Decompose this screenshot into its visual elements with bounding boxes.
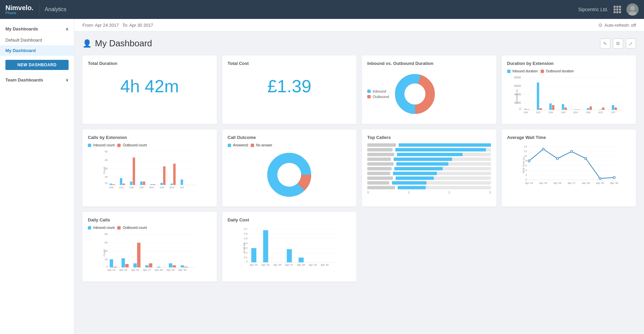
edit-button[interactable]: ✎ (600, 39, 610, 49)
svg-text:823: 823 (598, 111, 603, 114)
svg-rect-24 (577, 110, 579, 110)
svg-text:Apr 27: Apr 27 (567, 182, 575, 185)
svg-point-98 (599, 177, 601, 180)
calls-by-extension-title: Calls by Extension (88, 135, 212, 140)
svg-text:106: 106 (159, 186, 164, 189)
main-content: From: Apr 24 2017 To: Apr 30 2017 ⊙ Auto… (74, 19, 644, 288)
nav-right: Sipcentric Ltd. (578, 3, 639, 16)
total-cost-title: Total Cost (228, 61, 351, 66)
svg-text:14: 14 (524, 145, 527, 148)
daily-calls-svg: 80 60 40 20 0 (88, 231, 212, 275)
svg-point-1 (628, 11, 637, 16)
svg-text:105: 105 (139, 186, 144, 189)
svg-rect-119 (114, 267, 117, 267)
svg-text:0: 0 (246, 260, 248, 263)
svg-rect-128 (173, 265, 176, 267)
nav-divider (39, 4, 39, 15)
svg-rect-156 (263, 230, 268, 262)
svg-rect-25 (587, 108, 589, 110)
my-dashboards-section[interactable]: My Dashboards ∧ (0, 23, 74, 35)
auto-refresh-status[interactable]: ⊙ Auto-refresh: off (598, 22, 636, 28)
svg-text:60: 60 (105, 241, 108, 244)
svg-point-94 (542, 148, 544, 150)
daily-cost-svg: 0.7 0.6 0.5 0.4 0.3 0.2 0.1 0 (228, 226, 351, 270)
svg-rect-123 (137, 243, 141, 267)
svg-text:Count: Count (103, 249, 106, 257)
widget-avg-wait-time: Average Wait Time 14 12 10 8 6 4 2 0 (502, 129, 636, 207)
svg-text:106: 106 (586, 111, 591, 114)
svg-rect-121 (125, 264, 129, 267)
svg-text:8000: 8000 (514, 76, 521, 79)
svg-rect-58 (150, 184, 153, 185)
svg-text:10: 10 (105, 182, 108, 185)
widget-total-duration: Total Duration 4h 42m (82, 55, 217, 124)
expand-button[interactable]: ⤢ (626, 39, 636, 49)
svg-text:Apr 25: Apr 25 (261, 263, 269, 266)
svg-text:105: 105 (561, 111, 566, 114)
total-duration-value: 4h 42m (88, 69, 212, 103)
svg-rect-62 (171, 184, 173, 185)
date-bar: From: Apr 24 2017 To: Apr 30 2017 ⊙ Auto… (74, 19, 644, 31)
sidebar-item-my-dashboard[interactable]: My Dashboard (0, 45, 74, 56)
app-name: Analytics (45, 6, 66, 13)
svg-rect-23 (574, 109, 576, 110)
caller-row-8 (367, 176, 491, 180)
svg-text:824: 824 (149, 186, 154, 189)
svg-text:Apr 29: Apr 29 (596, 182, 604, 185)
top-navigation: Nimvelo. Phone Analytics Sipcentric Ltd. (0, 0, 644, 19)
caller-row-10 (367, 186, 491, 189)
my-dashboards-chevron: ∧ (66, 27, 69, 31)
svg-rect-26 (589, 106, 592, 110)
svg-text:Apr 25: Apr 25 (119, 268, 127, 271)
svg-text:108: 108 (129, 186, 134, 189)
svg-text:2: 2 (525, 173, 527, 176)
svg-text:Apr 28: Apr 28 (581, 182, 590, 185)
duration-by-extension-svg: 8000 6000 4000 2000 0 (507, 74, 631, 115)
sidebar-item-default-dashboard[interactable]: Default Dashboard (0, 35, 74, 45)
copy-button[interactable]: ⧉ (613, 39, 623, 49)
svg-text:4: 4 (525, 169, 527, 172)
widget-duration-by-extension: Duration by Extension Inbound duration O… (502, 55, 636, 124)
apps-grid-icon[interactable] (614, 6, 621, 13)
widget-daily-cost: Daily Cost 0.7 0.6 0.5 0.4 0.3 0.2 0.1 0 (222, 212, 357, 282)
svg-text:Apr 24: Apr 24 (249, 263, 257, 266)
svg-rect-27 (599, 109, 601, 110)
new-dashboard-button[interactable]: NEW DASHBOARD (5, 60, 69, 70)
svg-rect-21 (562, 104, 564, 110)
svg-text:102: 102 (536, 111, 541, 114)
svg-text:Apr 24: Apr 24 (107, 268, 116, 271)
svg-text:109: 109 (523, 111, 528, 114)
caller-row-7 (367, 172, 491, 175)
svg-rect-29 (612, 105, 614, 110)
svg-text:Apr 24: Apr 24 (525, 182, 533, 185)
team-dashboards-section[interactable]: Team Dashboards ∨ (0, 74, 74, 86)
svg-rect-19 (549, 103, 551, 110)
svg-text:12: 12 (524, 150, 527, 153)
svg-text:0.6: 0.6 (244, 232, 248, 235)
logo-name: Nimvelo. (5, 4, 33, 11)
avg-wait-time-title: Average Wait Time (507, 135, 631, 140)
svg-point-96 (570, 150, 572, 152)
widget-calls-by-extension: Calls by Extension Inbound count Outboun… (82, 129, 217, 207)
widgets-grid: Total Duration 4h 42m Total Cost £1.39 I… (82, 55, 636, 282)
svg-rect-55 (133, 158, 135, 185)
svg-rect-157 (287, 249, 292, 262)
svg-text:0: 0 (106, 265, 108, 268)
logo[interactable]: Nimvelo. Phone (5, 4, 33, 15)
svg-rect-30 (614, 108, 617, 110)
call-outcome-chart (228, 148, 351, 201)
caller-row-5 (367, 162, 491, 166)
svg-point-76 (277, 163, 301, 187)
svg-text:107: 107 (180, 186, 184, 189)
calls-by-extension-svg: 50 40 30 20 10 (88, 148, 212, 192)
svg-text:Apr 28: Apr 28 (155, 268, 163, 271)
svg-point-0 (630, 6, 635, 10)
widget-total-cost: Total Cost £1.39 (222, 55, 357, 124)
user-avatar[interactable] (626, 3, 639, 16)
svg-rect-61 (163, 166, 166, 185)
svg-text:Apr 29: Apr 29 (167, 268, 175, 271)
svg-point-93 (528, 160, 530, 162)
inbound-outbound-title: Inbound vs. Outbound Duration (367, 61, 491, 66)
daily-cost-title: Daily Cost (228, 217, 351, 222)
daily-calls-title: Daily Calls (88, 217, 212, 222)
